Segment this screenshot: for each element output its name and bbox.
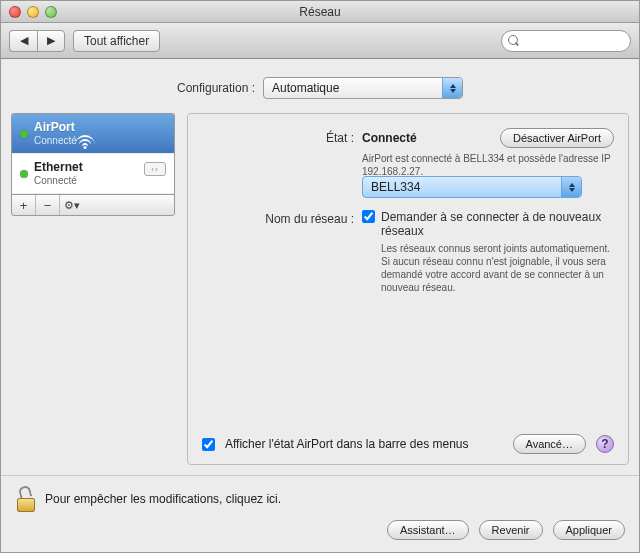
wifi-icon	[75, 135, 95, 149]
back-button[interactable]: ◀	[9, 30, 37, 52]
search-input[interactable]	[512, 34, 640, 48]
services-sidebar: AirPort Connecté Ethernet Connecté	[11, 113, 175, 216]
search-field[interactable]	[501, 30, 631, 52]
popup-arrows-icon	[561, 177, 581, 197]
show-all-button[interactable]: Tout afficher	[73, 30, 160, 52]
popup-arrows-icon	[442, 78, 462, 98]
lock-row[interactable]: Pour empêcher les modifications, cliquez…	[15, 486, 625, 512]
state-description: AirPort est connecté à BELL334 et possèd…	[362, 152, 614, 178]
add-service-button[interactable]: +	[12, 195, 36, 215]
service-status: Connecté	[34, 175, 83, 187]
remove-service-button[interactable]: −	[36, 195, 60, 215]
revert-button[interactable]: Revenir	[479, 520, 543, 540]
services-toolbar: + − ⚙︎▾	[11, 194, 175, 216]
help-button[interactable]: ?	[596, 435, 614, 453]
assistant-button[interactable]: Assistant…	[387, 520, 469, 540]
service-title: AirPort	[34, 121, 77, 135]
zoom-window-button[interactable]	[45, 6, 57, 18]
service-status: Connecté	[34, 135, 77, 147]
window-controls	[1, 6, 57, 18]
location-popup[interactable]: Automatique	[263, 77, 463, 99]
apply-button[interactable]: Appliquer	[553, 520, 625, 540]
ethernet-icon: ‹›	[144, 162, 166, 176]
status-dot-icon	[20, 130, 28, 138]
lock-text: Pour empêcher les modifications, cliquez…	[45, 492, 281, 506]
network-prefs-window: Réseau ◀ ▶ Tout afficher Configuration :…	[0, 0, 640, 553]
state-value: Connecté	[362, 131, 417, 145]
nav-segmented: ◀ ▶	[9, 30, 65, 52]
detail-panel: État : Connecté Désactiver AirPort AirPo…	[187, 113, 629, 465]
service-title: Ethernet	[34, 161, 83, 175]
toolbar: ◀ ▶ Tout afficher	[1, 23, 639, 59]
close-window-button[interactable]	[9, 6, 21, 18]
network-name-popup[interactable]: BELL334	[362, 176, 582, 198]
show-in-menubar-label: Afficher l'état AirPort dans la barre de…	[225, 437, 469, 451]
service-ethernet[interactable]: Ethernet Connecté ‹›	[12, 154, 174, 194]
window-title: Réseau	[1, 5, 639, 19]
service-action-button[interactable]: ⚙︎▾	[60, 195, 84, 215]
arrow-right-icon: ▶	[47, 35, 55, 46]
gear-icon: ⚙︎▾	[64, 199, 80, 212]
network-name-value: BELL334	[371, 180, 420, 194]
status-dot-icon	[20, 170, 28, 178]
arrow-left-icon: ◀	[20, 35, 28, 46]
network-name-label: Nom du réseau :	[202, 210, 362, 226]
titlebar: Réseau	[1, 1, 639, 23]
show-in-menubar-checkbox[interactable]	[202, 438, 215, 451]
service-airport[interactable]: AirPort Connecté	[12, 114, 174, 154]
state-label: État :	[202, 128, 362, 145]
location-label: Configuration :	[177, 81, 255, 95]
location-row: Configuration : Automatique	[11, 71, 629, 113]
minimize-window-button[interactable]	[27, 6, 39, 18]
deactivate-airport-button[interactable]: Désactiver AirPort	[500, 128, 614, 148]
forward-button[interactable]: ▶	[37, 30, 65, 52]
ask-to-join-label: Demander à se connecter à de nouveaux ré…	[381, 210, 614, 238]
advanced-button[interactable]: Avancé…	[513, 434, 587, 454]
services-list[interactable]: AirPort Connecté Ethernet Connecté	[11, 113, 175, 194]
content: Configuration : Automatique AirPort Conn…	[1, 59, 639, 475]
location-value: Automatique	[272, 81, 339, 95]
lock-icon	[15, 486, 37, 512]
ask-to-join-checkbox[interactable]	[362, 210, 375, 223]
ask-to-join-description: Les réseaux connus seront joints automat…	[381, 242, 614, 294]
bottom-bar: Pour empêcher les modifications, cliquez…	[1, 475, 639, 552]
